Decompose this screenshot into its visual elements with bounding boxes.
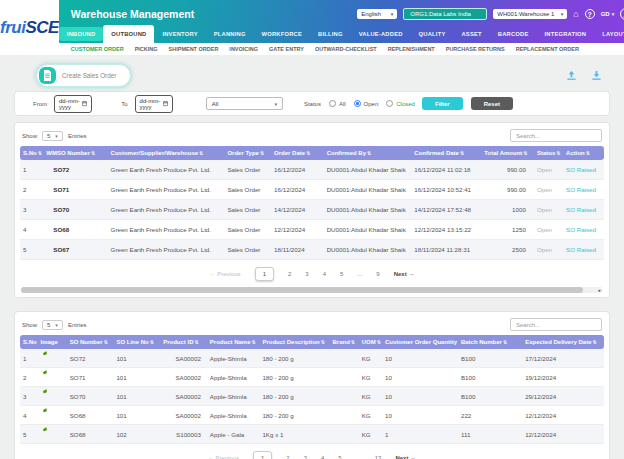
tab-billing[interactable]: BILLING bbox=[310, 25, 351, 43]
table-row: 1 SO72 101 SA00002 Apple-Shimla 180 - 20… bbox=[20, 349, 604, 368]
order-date-cell: 14/12/2024 bbox=[271, 200, 324, 220]
page-button-1[interactable]: 1 bbox=[253, 451, 272, 459]
so-raised-link[interactable]: SO Raised bbox=[566, 226, 601, 234]
user-menu[interactable]: GD ▾ bbox=[601, 11, 615, 17]
subnav-replenishment[interactable]: REPLENISHMENT bbox=[388, 46, 435, 52]
cart-icon[interactable] bbox=[600, 186, 601, 194]
column-header-quantity[interactable]: Customer Order Quantity⇅ bbox=[382, 335, 458, 349]
subnav-invoicing[interactable]: INVOICING bbox=[229, 46, 258, 52]
tab-inbound[interactable]: INBOUND bbox=[59, 27, 103, 41]
column-header-wmso[interactable]: WMSO Number⇅ bbox=[43, 146, 107, 160]
column-header-product-description[interactable]: Product Description⇅ bbox=[259, 335, 329, 349]
entries-label: Entries bbox=[68, 322, 87, 328]
warehouse-select[interactable]: WH001:Warehouse 1 ▾ bbox=[493, 9, 567, 19]
so-number-cell: SO72 bbox=[67, 349, 114, 368]
language-select[interactable]: English ▾ bbox=[357, 9, 397, 19]
so-raised-link[interactable]: SO Raised bbox=[566, 186, 601, 194]
column-header-batch-number[interactable]: Batch Number⇅ bbox=[458, 335, 522, 349]
page-button-last[interactable]: 13 bbox=[375, 455, 382, 459]
filter-button[interactable]: Filter bbox=[422, 97, 463, 110]
column-header-uom[interactable]: UOM⇅ bbox=[359, 335, 382, 349]
page-size-select[interactable]: 5 ▾ bbox=[42, 131, 63, 141]
cart-icon[interactable] bbox=[600, 206, 601, 214]
page-button-3[interactable]: 3 bbox=[304, 455, 307, 459]
tab-integration[interactable]: INTEGRATION bbox=[537, 25, 595, 43]
logo[interactable]: fruiSCE bbox=[0, 0, 59, 55]
column-header-product-id[interactable]: Product ID⇅ bbox=[160, 335, 207, 349]
home-icon[interactable]: ⌂ bbox=[573, 10, 578, 19]
so-raised-link[interactable]: SO Raised bbox=[566, 246, 601, 254]
tab-layout[interactable]: LAYOUT bbox=[594, 25, 624, 43]
tab-quality[interactable]: QUALITY bbox=[411, 25, 454, 43]
column-header-total-amount[interactable]: Total Amount⇅ bbox=[481, 146, 534, 160]
subnav-picking[interactable]: PICKING bbox=[135, 46, 158, 52]
page-button-4[interactable]: 4 bbox=[323, 271, 326, 277]
reset-button[interactable]: Reset bbox=[471, 97, 513, 110]
column-header-order-type[interactable]: Order Type⇅ bbox=[224, 146, 271, 160]
status-radio-all[interactable]: All bbox=[329, 100, 346, 107]
subnav-customer-order[interactable]: CUSTOMER ORDER bbox=[71, 46, 124, 52]
horizontal-scrollbar[interactable]: ▸ bbox=[21, 287, 603, 293]
previous-page-button[interactable]: ← Previous bbox=[208, 455, 239, 459]
column-header-action[interactable]: Action⇅ bbox=[563, 146, 604, 160]
brand-cell bbox=[329, 349, 358, 368]
page-button-2[interactable]: 2 bbox=[288, 271, 291, 277]
profile-menu[interactable]: ▾ bbox=[620, 8, 624, 20]
column-header-confirmed-date[interactable]: Confirmed Date⇅ bbox=[411, 146, 481, 160]
page-button-4[interactable]: 4 bbox=[321, 455, 324, 459]
page-button-2[interactable]: 2 bbox=[286, 455, 289, 459]
status-radio-open[interactable]: Open bbox=[354, 100, 379, 107]
column-header-expected-delivery[interactable]: Expected Delivery Date⇅ bbox=[522, 335, 604, 349]
so-raised-link[interactable]: SO Raised bbox=[566, 166, 601, 174]
column-header-image[interactable]: Image bbox=[38, 335, 67, 349]
download-icon[interactable] bbox=[591, 70, 602, 81]
column-header-brand[interactable]: Brand⇅ bbox=[329, 335, 358, 349]
page-size-select[interactable]: 5 ▾ bbox=[42, 320, 63, 330]
so-raised-link[interactable]: SO Raised bbox=[566, 206, 601, 214]
scrollbar-thumb[interactable] bbox=[21, 287, 583, 293]
order-type-select[interactable]: All ▾ bbox=[206, 97, 283, 110]
column-header-order-date[interactable]: Order Date⇅ bbox=[271, 146, 324, 160]
subnav-gate-entry[interactable]: GATE ENTRY bbox=[269, 46, 304, 52]
cart-icon[interactable] bbox=[600, 226, 601, 234]
subnav-purchase-returns[interactable]: PURCHASE RETURNS bbox=[446, 46, 505, 52]
tab-outbound[interactable]: OUTBOUND bbox=[103, 25, 154, 43]
page-button-last[interactable]: 9 bbox=[376, 271, 379, 277]
column-header-so-line-no[interactable]: SO Line No⇅ bbox=[113, 335, 160, 349]
cart-icon[interactable] bbox=[600, 246, 601, 254]
column-header-status[interactable]: Status⇅ bbox=[534, 146, 563, 160]
from-date-input[interactable]: dd-mm-yyyy bbox=[54, 95, 92, 113]
subnav-replacement-order[interactable]: REPLACEMENT ORDER bbox=[516, 46, 579, 52]
tab-workforce[interactable]: WORKFORCE bbox=[254, 25, 310, 43]
column-header-so-number[interactable]: SO Number⇅ bbox=[67, 335, 114, 349]
orders-search-input[interactable] bbox=[510, 129, 602, 142]
upload-icon[interactable] bbox=[566, 70, 577, 81]
column-header-sno[interactable]: S.No⇅ bbox=[20, 335, 38, 349]
page-button-5[interactable]: 5 bbox=[340, 271, 343, 277]
scroll-right-arrow-icon[interactable]: ▸ bbox=[596, 288, 603, 293]
page-button-1[interactable]: 1 bbox=[255, 267, 274, 281]
previous-page-button[interactable]: ← Previous bbox=[210, 271, 241, 277]
subnav-outward-checklist[interactable]: OUTWARD-CHECKLIST bbox=[315, 46, 377, 52]
column-header-product-name[interactable]: Product Name⇅ bbox=[207, 335, 260, 349]
next-page-button[interactable]: Next → bbox=[394, 271, 415, 277]
create-sales-order-button[interactable]: Create Sales Order bbox=[36, 64, 131, 87]
column-header-confirmed-by[interactable]: Confirmed By⇅ bbox=[324, 146, 412, 160]
column-header-customer[interactable]: Customer/Supplier/Warehouse⇅ bbox=[108, 146, 225, 160]
page-button-5[interactable]: 5 bbox=[338, 455, 341, 459]
help-icon[interactable]: ? bbox=[585, 9, 595, 19]
tab-asset[interactable]: ASSET bbox=[453, 25, 489, 43]
to-date-input[interactable]: dd-mm-yyyy bbox=[135, 95, 173, 113]
next-page-button[interactable]: Next → bbox=[395, 455, 416, 459]
tab-value-added[interactable]: VALUE-ADDED bbox=[351, 25, 411, 43]
tab-barcode[interactable]: BARCODE bbox=[490, 25, 537, 43]
lines-search-input[interactable] bbox=[510, 318, 602, 331]
cart-icon[interactable] bbox=[600, 166, 601, 174]
org-select[interactable]: ORG1:Data Labs India bbox=[403, 8, 487, 20]
tab-planning[interactable]: PLANNING bbox=[206, 25, 254, 43]
tab-inventory[interactable]: INVENTORY bbox=[154, 25, 205, 43]
subnav-shipment-order[interactable]: SHIPMENT ORDER bbox=[169, 46, 219, 52]
status-radio-closed[interactable]: Closed bbox=[386, 100, 415, 107]
page-button-3[interactable]: 3 bbox=[305, 271, 308, 277]
column-header-sno[interactable]: S.No⇅ bbox=[20, 146, 43, 160]
